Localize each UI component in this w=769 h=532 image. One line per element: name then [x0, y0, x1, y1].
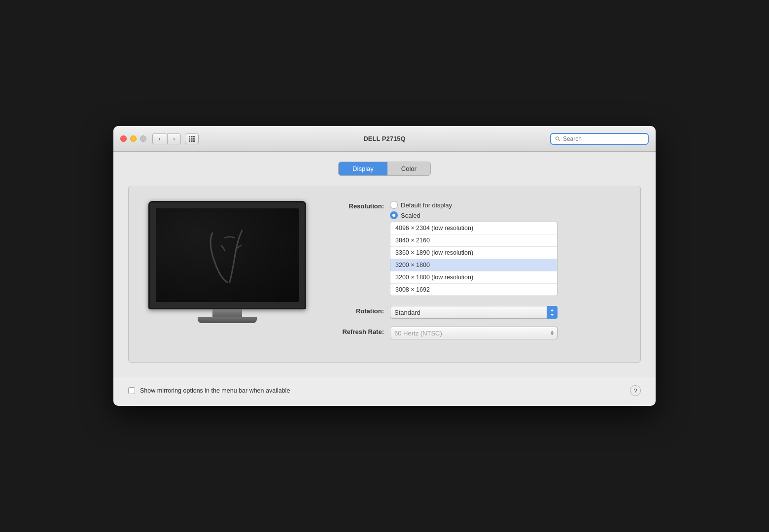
- grid-icon: [188, 135, 195, 142]
- mirroring-checkbox[interactable]: [128, 387, 135, 394]
- tabs-container: Display Color: [128, 162, 641, 176]
- settings-controls: Resolution: Default for display Scaled: [326, 201, 621, 347]
- resolution-item-2[interactable]: 3360 × 1890 (low resolution): [390, 247, 557, 259]
- radio-scaled-indicator[interactable]: [390, 211, 398, 219]
- maximize-button[interactable]: [140, 135, 146, 142]
- tab-color[interactable]: Color: [387, 162, 430, 175]
- svg-rect-2: [193, 136, 195, 137]
- rotation-select[interactable]: Standard 90° 180° 270°: [390, 306, 558, 319]
- content-area: Display Color: [113, 152, 656, 377]
- refresh-rate-dropdown-wrapper: 60 Hertz (NTSC) 50 Hertz: [390, 327, 558, 339]
- back-button[interactable]: ‹: [152, 133, 166, 144]
- monitor-screen-wrapper: [148, 201, 306, 309]
- resolution-row: Resolution: Default for display Scaled: [326, 201, 621, 296]
- resolution-item-4[interactable]: 3200 × 1800 (low resolution): [390, 271, 557, 284]
- back-icon: ‹: [159, 135, 161, 142]
- monitor-screen: [156, 208, 299, 302]
- search-input[interactable]: [563, 135, 644, 142]
- footer: Show mirroring options in the menu bar w…: [113, 377, 656, 406]
- rotation-dropdown-wrapper: Standard 90° 180° 270°: [390, 306, 558, 319]
- rotation-row: Rotation: Standard 90° 180° 270°: [326, 306, 621, 319]
- resolution-control: Default for display Scaled 4096 × 2304 (…: [390, 201, 621, 296]
- rotation-control: Standard 90° 180° 270°: [390, 306, 621, 319]
- finder-logo: [188, 218, 267, 292]
- help-button[interactable]: ?: [630, 385, 641, 396]
- monitor: [148, 201, 306, 323]
- resolution-label: Resolution:: [326, 201, 390, 210]
- monitor-neck: [212, 309, 242, 317]
- radio-default-label: Default for display: [401, 201, 452, 209]
- radio-default[interactable]: Default for display: [390, 201, 621, 209]
- forward-icon: ›: [173, 135, 175, 142]
- monitor-stand: [148, 309, 306, 323]
- refresh-rate-label: Refresh Rate:: [326, 327, 390, 335]
- radio-default-indicator[interactable]: [390, 201, 398, 209]
- resolution-list: 4096 × 2304 (low resolution) 3840 × 2160…: [390, 222, 558, 296]
- mirroring-label: Show mirroring options in the menu bar w…: [140, 387, 290, 394]
- rotation-label: Rotation:: [326, 306, 390, 315]
- resolution-item-1[interactable]: 3840 × 2160: [390, 234, 557, 247]
- tab-display[interactable]: Display: [339, 162, 387, 175]
- svg-rect-7: [191, 140, 193, 142]
- svg-rect-3: [189, 138, 190, 139]
- settings-panel: Resolution: Default for display Scaled: [128, 186, 641, 363]
- close-button[interactable]: [120, 135, 127, 142]
- svg-line-10: [559, 139, 560, 141]
- titlebar: ‹ › DELL P2715Q: [113, 126, 656, 152]
- tab-group: Display Color: [338, 162, 431, 176]
- resolution-item-0[interactable]: 4096 × 2304 (low resolution): [390, 222, 557, 234]
- minimize-button[interactable]: [130, 135, 137, 142]
- radio-scaled-label: Scaled: [401, 212, 420, 219]
- refresh-rate-row: Refresh Rate: 60 Hertz (NTSC) 50 Hertz: [326, 327, 621, 339]
- preferences-window: ‹ › DELL P2715Q: [113, 126, 656, 406]
- help-icon: ?: [633, 387, 637, 395]
- nav-buttons: ‹ ›: [152, 133, 181, 144]
- forward-button[interactable]: ›: [167, 133, 181, 144]
- svg-rect-6: [189, 140, 190, 142]
- svg-rect-5: [193, 138, 195, 139]
- traffic-lights: [120, 135, 146, 142]
- refresh-rate-control: 60 Hertz (NTSC) 50 Hertz: [390, 327, 621, 339]
- svg-line-11: [221, 245, 225, 250]
- svg-rect-1: [191, 136, 193, 137]
- svg-point-9: [556, 136, 559, 139]
- svg-rect-4: [191, 138, 193, 139]
- svg-rect-8: [193, 140, 195, 142]
- monitor-illustration: [148, 201, 306, 323]
- resolution-item-5[interactable]: 3008 × 1692: [390, 284, 557, 296]
- search-icon: [555, 136, 560, 142]
- window-title: DELL P2715Q: [363, 135, 405, 142]
- radio-scaled[interactable]: Scaled: [390, 211, 621, 219]
- grid-button[interactable]: [185, 133, 199, 144]
- search-box[interactable]: [550, 133, 649, 145]
- svg-rect-0: [189, 136, 190, 137]
- refresh-rate-select[interactable]: 60 Hertz (NTSC) 50 Hertz: [390, 327, 558, 339]
- resolution-item-3[interactable]: 3200 × 1800: [390, 259, 557, 271]
- monitor-base: [198, 317, 257, 323]
